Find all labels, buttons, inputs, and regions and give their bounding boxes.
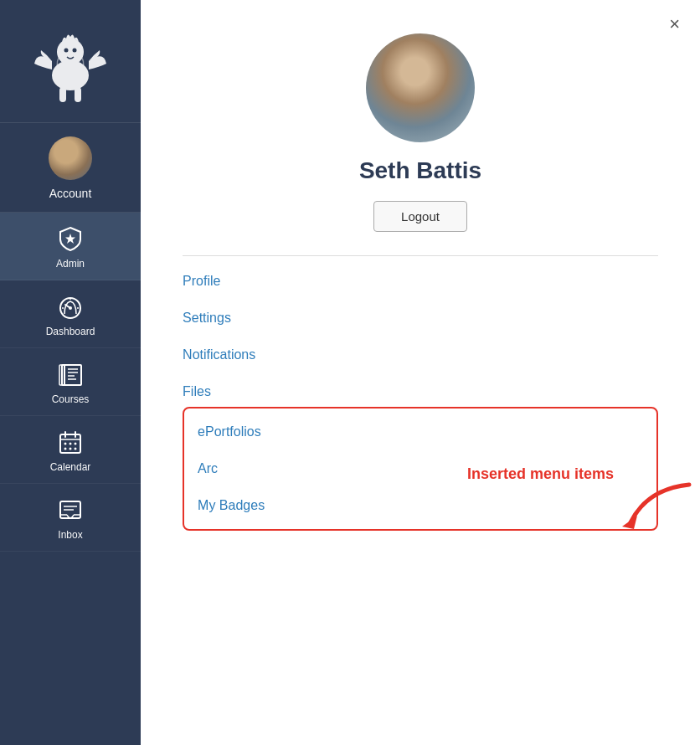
courses-icon (56, 360, 85, 388)
sidebar-logo (0, 0, 141, 123)
sidebar-account[interactable]: Account (0, 123, 141, 213)
annotation-arrow-icon (622, 480, 697, 531)
sidebar-item-admin[interactable]: Admin (0, 213, 141, 280)
avatar-image (49, 136, 92, 180)
menu-item-settings[interactable]: Settings (183, 300, 658, 337)
sidebar-item-inbox-label: Inbox (58, 529, 82, 541)
svg-rect-3 (75, 87, 81, 102)
sidebar-item-calendar-label: Calendar (50, 461, 91, 473)
svg-point-1 (57, 39, 84, 65)
menu-divider (183, 255, 658, 256)
account-label: Account (49, 187, 92, 200)
dashboard-icon (56, 292, 85, 321)
logout-button[interactable]: Logout (373, 201, 467, 232)
svg-point-32 (75, 448, 77, 450)
svg-point-5 (73, 49, 77, 53)
main-content: × Seth Battis Logout Profile Settings No… (141, 0, 700, 745)
sidebar-item-dashboard[interactable]: Dashboard (0, 280, 141, 348)
sidebar: Account Admin Dashboard (0, 0, 141, 745)
user-name: Seth Battis (359, 157, 481, 184)
close-button[interactable]: × (669, 15, 680, 33)
sidebar-item-admin-label: Admin (56, 258, 85, 270)
menu-item-eportfolios[interactable]: ePortfolios (198, 414, 643, 450)
menu-item-files[interactable]: Files (183, 373, 658, 410)
user-avatar-large (366, 33, 475, 142)
svg-point-9 (69, 306, 72, 310)
svg-point-30 (64, 448, 67, 450)
sidebar-item-dashboard-label: Dashboard (46, 326, 95, 337)
svg-marker-6 (65, 234, 75, 244)
menu-item-profile[interactable]: Profile (183, 263, 658, 300)
annotation-label: Inserted menu items (467, 465, 614, 484)
menu-item-notifications[interactable]: Notifications (183, 337, 658, 373)
user-avatar-image (366, 33, 475, 142)
inbox-icon (56, 496, 85, 524)
svg-point-28 (69, 443, 72, 445)
annotation: Inserted menu items (467, 469, 697, 531)
svg-point-4 (64, 49, 69, 53)
institution-logo-icon (24, 15, 116, 107)
svg-point-31 (69, 448, 72, 450)
user-panel: × Seth Battis Logout Profile Settings No… (141, 0, 700, 745)
svg-point-27 (64, 443, 67, 445)
calendar-icon (56, 428, 85, 456)
sidebar-item-calendar[interactable]: Calendar (0, 416, 141, 484)
svg-rect-18 (64, 365, 81, 385)
svg-rect-2 (59, 87, 66, 102)
sidebar-item-courses-label: Courses (52, 393, 90, 405)
svg-marker-38 (622, 516, 637, 529)
svg-point-29 (75, 443, 77, 445)
sidebar-item-courses[interactable]: Courses (0, 348, 141, 416)
avatar (49, 136, 92, 180)
sidebar-item-inbox[interactable]: Inbox (0, 484, 141, 552)
shield-star-icon (56, 224, 85, 253)
